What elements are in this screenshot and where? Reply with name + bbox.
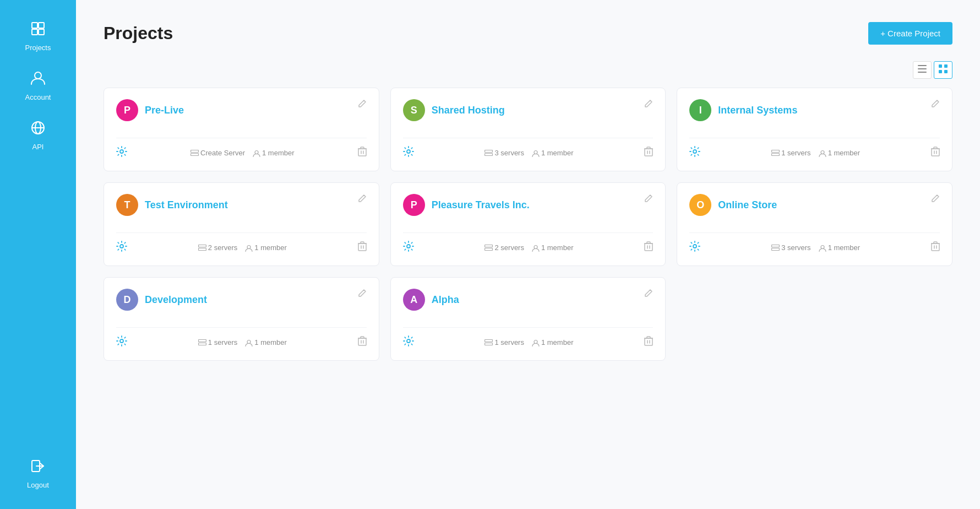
project-card-test-environment: T Test Environment 2 se	[104, 182, 379, 266]
delete-icon[interactable]	[644, 147, 653, 159]
svg-point-55	[534, 340, 537, 344]
card-title-area: O Online Store	[689, 194, 777, 216]
sidebar-item-label-api: API	[32, 143, 44, 151]
card-header: A Alpha	[403, 289, 654, 311]
settings-icon[interactable]	[689, 146, 700, 160]
card-footer: 1 servers 1 member	[689, 138, 940, 160]
settings-icon[interactable]	[403, 335, 414, 349]
card-footer: 1 servers 1 member	[403, 327, 654, 349]
create-project-button[interactable]: + Create Project	[868, 22, 952, 45]
delete-icon[interactable]	[644, 336, 653, 349]
edit-icon[interactable]	[358, 194, 367, 205]
card-header: P Pleasure Travels Inc.	[403, 194, 654, 216]
sidebar-item-api[interactable]: API	[0, 110, 76, 160]
svg-point-40	[534, 246, 537, 249]
member-stat: 1 member	[819, 149, 861, 157]
sidebar-item-label-account: Account	[25, 93, 51, 101]
project-card-development: D Development 1 servers	[104, 277, 379, 361]
server-stat: 2 servers	[484, 243, 524, 252]
edit-icon[interactable]	[931, 99, 940, 110]
grid-view-button[interactable]	[934, 61, 952, 79]
delete-icon[interactable]	[931, 147, 940, 159]
sidebar-item-logout[interactable]: Logout	[0, 448, 76, 498]
card-title-area: A Alpha	[403, 289, 459, 311]
sidebar-item-label-logout: Logout	[27, 481, 49, 489]
settings-icon[interactable]	[403, 146, 414, 160]
project-name: Alpha	[432, 294, 459, 306]
edit-icon[interactable]	[931, 194, 940, 205]
card-footer: 3 servers 1 member	[689, 232, 940, 254]
member-stat: 1 member	[532, 243, 574, 252]
svg-rect-13	[939, 64, 942, 68]
svg-rect-24	[485, 154, 493, 156]
svg-rect-21	[358, 149, 366, 156]
project-avatar: P	[116, 99, 138, 121]
project-name: Online Store	[718, 199, 777, 211]
project-name: Pre-Live	[145, 105, 184, 116]
server-stat: 3 servers	[484, 149, 524, 157]
svg-point-30	[821, 151, 824, 154]
svg-point-20	[255, 151, 258, 154]
edit-icon[interactable]	[358, 99, 367, 110]
svg-rect-26	[645, 149, 652, 156]
card-title-area: P Pleasure Travels Inc.	[403, 194, 530, 216]
delete-icon[interactable]	[931, 241, 940, 254]
sidebar-item-label-projects: Projects	[25, 44, 51, 52]
edit-icon[interactable]	[644, 99, 653, 110]
svg-point-35	[247, 246, 251, 249]
svg-rect-14	[944, 64, 948, 68]
server-stat: Create Server	[190, 149, 245, 157]
svg-rect-43	[772, 245, 780, 247]
server-stat: 1 servers	[198, 338, 237, 346]
settings-icon[interactable]	[403, 241, 414, 254]
project-card-online-store: O Online Store 3 server	[677, 182, 952, 266]
settings-icon[interactable]	[116, 146, 127, 160]
card-footer: 1 servers 1 member	[116, 327, 367, 349]
svg-rect-3	[39, 29, 44, 35]
svg-rect-34	[198, 248, 206, 251]
svg-point-27	[693, 150, 696, 153]
svg-rect-46	[932, 243, 939, 251]
svg-rect-38	[485, 245, 493, 247]
svg-rect-29	[772, 154, 780, 156]
view-toggle	[104, 61, 952, 79]
settings-icon[interactable]	[116, 335, 127, 349]
member-stat: 1 member	[532, 149, 574, 157]
delete-icon[interactable]	[358, 336, 367, 349]
member-stat: 1 member	[245, 243, 287, 252]
settings-icon[interactable]	[689, 241, 700, 254]
svg-rect-15	[939, 70, 942, 73]
svg-point-37	[407, 245, 410, 248]
list-view-button[interactable]	[913, 61, 932, 79]
svg-rect-10	[918, 65, 927, 66]
project-name: Test Environment	[145, 199, 228, 211]
delete-icon[interactable]	[358, 147, 367, 159]
footer-stats: Create Server 1 member	[190, 149, 294, 157]
svg-rect-11	[918, 68, 927, 69]
svg-point-42	[693, 245, 696, 248]
sidebar-item-account[interactable]: Account	[0, 61, 76, 110]
svg-rect-23	[485, 150, 493, 153]
card-title-area: T Test Environment	[116, 194, 228, 216]
projects-grid: P Pre-Live Create Serve	[104, 88, 952, 361]
edit-icon[interactable]	[644, 194, 653, 205]
project-avatar: I	[689, 99, 711, 121]
card-title-area: S Shared Hosting	[403, 99, 505, 121]
account-icon	[29, 69, 47, 91]
sidebar-item-projects[interactable]: Projects	[0, 11, 76, 61]
settings-icon[interactable]	[116, 241, 127, 254]
edit-icon[interactable]	[358, 289, 367, 300]
footer-stats: 2 servers 1 member	[484, 243, 573, 252]
project-card-pre-live: P Pre-Live Create Serve	[104, 88, 379, 171]
page-title: Projects	[104, 23, 173, 44]
footer-stats: 3 servers 1 member	[771, 243, 860, 252]
card-footer: 3 servers 1 member	[403, 138, 654, 160]
project-name: Internal Systems	[718, 105, 797, 116]
card-header: S Shared Hosting	[403, 99, 654, 121]
delete-icon[interactable]	[644, 241, 653, 254]
delete-icon[interactable]	[358, 241, 367, 254]
server-stat: 1 servers	[484, 338, 524, 346]
edit-icon[interactable]	[644, 289, 653, 300]
project-avatar: T	[116, 194, 138, 216]
svg-rect-33	[198, 245, 206, 247]
